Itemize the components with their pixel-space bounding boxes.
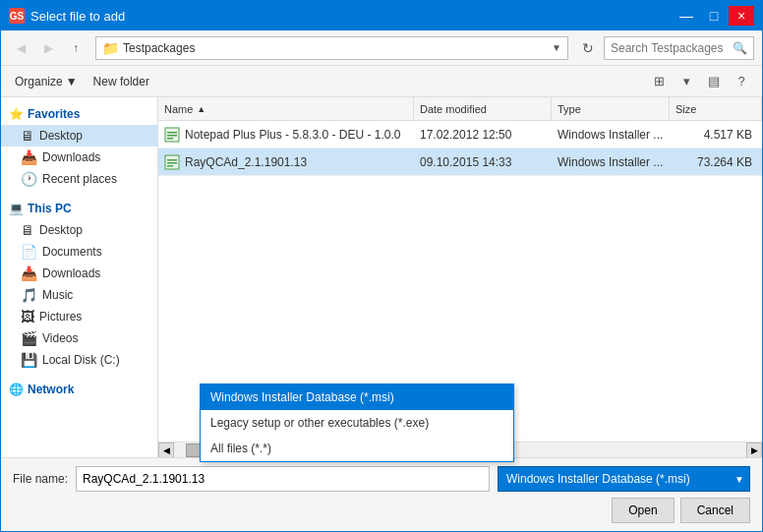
scroll-left-arrow[interactable]: ◀ bbox=[158, 443, 174, 458]
new-folder-button[interactable]: New folder bbox=[88, 73, 155, 90]
downloads-icon: 📥 bbox=[21, 149, 37, 165]
maximize-button[interactable]: □ bbox=[701, 6, 727, 26]
file-name-cell: RayQCAd_2.1.1901.13 bbox=[158, 154, 414, 170]
sidebar-label: Pictures bbox=[39, 310, 82, 324]
organize-arrow: ▼ bbox=[66, 75, 78, 89]
star-icon: ⭐ bbox=[9, 107, 24, 121]
sidebar-label: Recent places bbox=[42, 172, 117, 186]
file-date-cell: 17.02.2012 12:50 bbox=[414, 128, 552, 142]
network-label: Network bbox=[28, 383, 74, 396]
file-type-cell: Windows Installer ... bbox=[552, 128, 670, 142]
sidebar-divider-1 bbox=[1, 190, 157, 198]
address-bar[interactable]: 📁 Testpackages ▼ bbox=[95, 36, 568, 60]
col-date-label: Date modified bbox=[420, 103, 487, 115]
dropdown-item-all[interactable]: All files (*.*) bbox=[201, 436, 513, 461]
sidebar: ⭐ Favorites 🖥 Desktop 📥 Downloads 🕐 Rece… bbox=[1, 97, 158, 457]
file-name-text: RayQCAd_2.1.1901.13 bbox=[185, 155, 307, 169]
sidebar-label: Documents bbox=[42, 245, 102, 259]
window-title: Select file to add bbox=[30, 9, 125, 24]
svg-rect-7 bbox=[167, 165, 173, 167]
help-button[interactable]: ? bbox=[729, 70, 754, 93]
file-name-cell: Notepad Plus Plus - 5.8.3.0 - DEU - 1.0.… bbox=[158, 127, 414, 143]
sidebar-label: Desktop bbox=[39, 129, 83, 143]
disk-icon: 💾 bbox=[21, 352, 37, 368]
music-icon: 🎵 bbox=[21, 287, 37, 303]
col-size-label: Size bbox=[675, 103, 696, 115]
dropdown-item-exe[interactable]: Legacy setup or other executables (*.exe… bbox=[201, 410, 513, 436]
sidebar-item-pictures[interactable]: 🖼 Pictures bbox=[1, 306, 157, 327]
buttons-row: Open Cancel bbox=[13, 498, 750, 523]
scroll-right-arrow[interactable]: ▶ bbox=[746, 443, 762, 458]
msi-file-icon bbox=[164, 154, 180, 170]
column-name-header[interactable]: Name ▲ bbox=[158, 97, 414, 120]
file-size-cell: 4.517 KB bbox=[670, 128, 762, 142]
sidebar-item-downloads-pc[interactable]: 📥 Downloads bbox=[1, 263, 157, 284]
file-row-notepad[interactable]: Notepad Plus Plus - 5.8.3.0 - DEU - 1.0.… bbox=[158, 121, 762, 148]
title-bar: GS Select file to add — □ × bbox=[1, 1, 762, 30]
sidebar-item-desktop-pc[interactable]: 🖥 Desktop bbox=[1, 219, 157, 241]
sidebar-label: Downloads bbox=[42, 150, 100, 164]
svg-rect-1 bbox=[167, 132, 177, 134]
file-name-text: Notepad Plus Plus - 5.8.3.0 - DEU - 1.0.… bbox=[185, 128, 400, 142]
dropdown-item-msi[interactable]: Windows Installer Database (*.msi) bbox=[201, 384, 513, 410]
bottom-bar: File name: Windows Installer Database (*… bbox=[1, 457, 762, 531]
documents-icon: 📄 bbox=[21, 244, 37, 260]
view-mode-arrow[interactable]: ▾ bbox=[674, 70, 699, 93]
refresh-button[interactable]: ↻ bbox=[576, 36, 600, 60]
sidebar-label: Music bbox=[42, 288, 73, 302]
search-icon: 🔍 bbox=[733, 41, 747, 55]
sidebar-item-recent-places[interactable]: 🕐 Recent places bbox=[1, 168, 157, 190]
minimize-button[interactable]: — bbox=[674, 6, 699, 26]
forward-button[interactable]: ▶ bbox=[36, 36, 60, 60]
folder-icon: 📁 bbox=[102, 40, 119, 56]
desktop-icon: 🖥 bbox=[21, 128, 34, 144]
up-button[interactable]: ↑ bbox=[64, 36, 88, 60]
action-bar: Organize ▼ New folder ⊞ ▾ ▤ ? bbox=[1, 66, 762, 97]
filetype-select[interactable]: Windows Installer Database (*.msi) Legac… bbox=[498, 466, 750, 492]
address-text: Testpackages bbox=[123, 41, 195, 55]
column-date-header[interactable]: Date modified bbox=[414, 97, 552, 120]
sidebar-item-music[interactable]: 🎵 Music bbox=[1, 284, 157, 306]
title-bar-left: GS Select file to add bbox=[9, 8, 125, 24]
downloads-icon: 📥 bbox=[21, 266, 37, 281]
search-input[interactable] bbox=[611, 41, 729, 55]
cancel-button[interactable]: Cancel bbox=[680, 498, 750, 523]
sidebar-item-documents[interactable]: 📄 Documents bbox=[1, 241, 157, 263]
view-mode-button-2[interactable]: ▤ bbox=[701, 70, 727, 93]
desktop-icon: 🖥 bbox=[21, 222, 34, 238]
sidebar-label: Videos bbox=[42, 331, 78, 345]
svg-rect-6 bbox=[167, 162, 177, 164]
sidebar-favorites-header[interactable]: ⭐ Favorites bbox=[1, 103, 157, 125]
app-icon: GS bbox=[9, 8, 25, 24]
videos-icon: 🎬 bbox=[21, 330, 37, 346]
sidebar-item-downloads-fav[interactable]: 📥 Downloads bbox=[1, 147, 157, 168]
file-date-cell: 09.10.2015 14:33 bbox=[414, 155, 552, 169]
sidebar-network-header[interactable]: 🌐 Network bbox=[1, 379, 157, 400]
sidebar-item-localdisk[interactable]: 💾 Local Disk (C:) bbox=[1, 349, 157, 371]
close-button[interactable]: × bbox=[729, 6, 754, 26]
sidebar-divider-2 bbox=[1, 371, 157, 379]
view-mode-button-1[interactable]: ⊞ bbox=[646, 70, 672, 93]
filename-row: File name: Windows Installer Database (*… bbox=[13, 466, 750, 492]
column-size-header[interactable]: Size bbox=[670, 97, 762, 120]
computer-icon: 💻 bbox=[9, 202, 24, 215]
filename-input[interactable] bbox=[76, 466, 490, 492]
filetype-dropdown-overlay: Windows Installer Database (*.msi) Legac… bbox=[200, 384, 514, 462]
svg-rect-2 bbox=[167, 135, 177, 137]
filename-label: File name: bbox=[13, 472, 68, 486]
thispc-label: This PC bbox=[28, 202, 72, 215]
back-button[interactable]: ◀ bbox=[9, 36, 32, 60]
search-box[interactable]: 🔍 bbox=[604, 36, 754, 60]
open-button[interactable]: Open bbox=[612, 498, 674, 523]
sidebar-item-videos[interactable]: 🎬 Videos bbox=[1, 327, 157, 349]
sidebar-item-desktop-fav[interactable]: 🖥 Desktop bbox=[1, 125, 157, 147]
sidebar-label: Local Disk (C:) bbox=[42, 353, 120, 367]
organize-button[interactable]: Organize ▼ bbox=[9, 73, 84, 90]
svg-rect-3 bbox=[167, 138, 173, 140]
column-type-header[interactable]: Type bbox=[552, 97, 670, 120]
address-dropdown-arrow[interactable]: ▼ bbox=[552, 42, 561, 53]
filetype-wrapper: Windows Installer Database (*.msi) Legac… bbox=[498, 466, 750, 492]
sidebar-thispc-header[interactable]: 💻 This PC bbox=[1, 198, 157, 219]
sidebar-label: Desktop bbox=[39, 223, 83, 237]
file-row-rayqcad[interactable]: RayQCAd_2.1.1901.13 09.10.2015 14:33 Win… bbox=[158, 148, 762, 176]
